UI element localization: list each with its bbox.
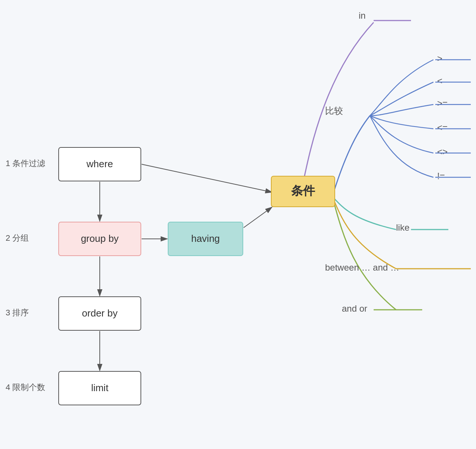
step4-label: 4 限制个数 [6, 383, 45, 392]
in-label: in [359, 10, 366, 21]
groupby-label: group by [81, 233, 118, 244]
like-label: like [396, 222, 409, 233]
gt-label: > [437, 53, 442, 63]
bijiao-label: 比较 [325, 106, 343, 116]
andor-label: and or [342, 303, 367, 314]
having-label: having [191, 233, 220, 244]
orderby-label: order by [82, 308, 117, 319]
ne1-label: <> [437, 147, 448, 157]
where-label: where [86, 158, 113, 169]
tiaojian-label: 条件 [291, 184, 315, 197]
lt-label: < [437, 76, 442, 86]
limit-label: limit [91, 382, 109, 393]
ne2-label: != [437, 171, 445, 181]
gte-label: >= [437, 98, 448, 108]
step1-label: 1 条件过滤 [6, 159, 45, 168]
between-label: between … and … [325, 262, 399, 272]
lte-label: <= [437, 122, 448, 132]
step2-label: 2 分组 [6, 233, 29, 243]
step3-label: 3 排序 [6, 308, 29, 317]
